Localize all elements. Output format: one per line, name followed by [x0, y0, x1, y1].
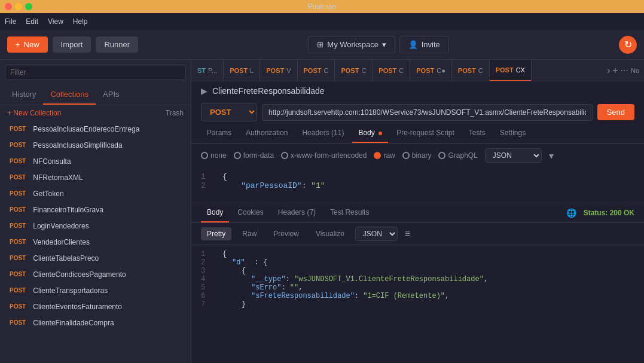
resp-line-4: 4 "__type": "wsJUNDSOFT_V1.ClienteFreteR… — [201, 275, 634, 283]
code-line-2: 2 "parPessoaID": "1" — [201, 181, 634, 190]
runner-button[interactable]: Runner — [96, 36, 138, 53]
list-item[interactable]: POST GetToken — [0, 185, 191, 202]
wrap-icon[interactable]: ≡ — [405, 228, 410, 239]
request-tab-0[interactable]: ST P... — [191, 60, 224, 81]
item-name: PessoaInclusaoSimplificada — [33, 141, 122, 150]
send-button[interactable]: Send — [597, 104, 634, 120]
list-item[interactable]: POST FinanceiroTituloGrava — [0, 202, 191, 218]
radio-formdata[interactable]: form-data — [234, 151, 274, 160]
url-input[interactable] — [262, 104, 593, 121]
radio-dot-binary — [402, 152, 410, 159]
request-tab-1[interactable]: POST L — [224, 60, 260, 81]
tab-settings[interactable]: Settings — [494, 124, 532, 143]
workspace-button[interactable]: ⊞ My Workspace ▾ — [308, 36, 395, 53]
tab-more[interactable]: ··· — [621, 65, 628, 76]
radio-binary[interactable]: binary — [402, 151, 432, 160]
tab-prerequest[interactable]: Pre-request Script — [390, 124, 460, 143]
menu-file[interactable]: File — [5, 17, 16, 26]
list-item[interactable]: POST NFConsulta — [0, 153, 191, 169]
plus-icon: + — [16, 40, 20, 49]
request-tab-6[interactable]: POST C● — [410, 60, 452, 81]
list-item[interactable]: POST ClienteTabelasPreco — [0, 250, 191, 266]
item-name: GetToken — [33, 190, 63, 198]
tab-name: CX — [516, 66, 525, 74]
request-tab-2[interactable]: POST V — [260, 60, 297, 81]
tab-name: C — [361, 67, 366, 74]
search-input[interactable] — [5, 65, 186, 80]
item-name: ClienteTabelasPreco — [33, 254, 99, 263]
tab-headers[interactable]: Headers (11) — [296, 124, 350, 143]
tab-method: ST — [197, 67, 206, 74]
tab-authorization[interactable]: Authorization — [240, 124, 294, 143]
menu-edit[interactable]: Edit — [26, 17, 38, 26]
import-button[interactable]: Import — [53, 36, 91, 53]
radio-dot-graphql — [438, 152, 445, 159]
tab-name: V — [286, 67, 291, 74]
radio-urlencoded[interactable]: x-www-form-urlencoded — [281, 151, 367, 160]
list-item[interactable]: POST VendedorClientes — [0, 234, 191, 250]
request-tab-3[interactable]: POST C — [298, 60, 335, 81]
format-preview[interactable]: Preview — [267, 227, 305, 240]
list-item[interactable]: POST LoginVendedores — [0, 218, 191, 234]
method-badge: POST — [7, 318, 28, 327]
radio-dot-urlencoded — [281, 152, 288, 159]
toolbar-center: ⊞ My Workspace ▾ 👤 Invite — [143, 36, 614, 53]
menu-view[interactable]: View — [48, 17, 63, 26]
sidebar-tab-collections[interactable]: Collections — [43, 85, 96, 105]
menu-help[interactable]: Help — [73, 17, 88, 26]
tab-body[interactable]: Body — [352, 124, 388, 143]
request-tab-5[interactable]: POST C — [373, 60, 410, 81]
sync-button[interactable]: ↻ — [619, 36, 637, 54]
sidebar-tab-apis[interactable]: APIs — [96, 85, 126, 105]
format-visualize[interactable]: Visualize — [310, 227, 350, 240]
list-item[interactable]: POST PessoaInclusaoSimplificada — [0, 137, 191, 153]
invite-button[interactable]: 👤 Invite — [399, 36, 449, 53]
format-pretty[interactable]: Pretty — [201, 227, 231, 240]
resp-line-7: 7 } — [201, 300, 634, 309]
request-tab-4[interactable]: POST C — [335, 60, 373, 81]
request-body-editor[interactable]: 1 { 2 "parPessoaID": "1" — [191, 167, 644, 203]
maximize-traffic-light[interactable] — [25, 3, 32, 10]
request-tab-8[interactable]: POST CX — [490, 60, 532, 81]
resp-tab-cookies[interactable]: Cookies — [231, 203, 269, 222]
item-name: ClienteEventosFaturamento — [33, 303, 122, 311]
resp-tab-testresults[interactable]: Test Results — [324, 203, 375, 222]
tab-params[interactable]: Params — [201, 124, 237, 143]
tab-name: C — [478, 67, 483, 74]
radio-raw[interactable]: raw — [374, 151, 395, 160]
tab-method: POST — [230, 67, 248, 74]
code-line-1: 1 { — [201, 172, 634, 181]
status-badge: Status: 200 OK — [584, 209, 634, 217]
list-item[interactable]: POST ClienteCondicoesPagamento — [0, 266, 191, 282]
tab-tests[interactable]: Tests — [463, 124, 492, 143]
resp-tab-headers[interactable]: Headers (7) — [272, 203, 322, 222]
tab-scroll-right[interactable]: › — [607, 65, 610, 76]
format-raw[interactable]: Raw — [236, 227, 263, 240]
method-select[interactable]: POST GET PUT DELETE — [201, 103, 257, 121]
list-item[interactable]: POST ClienteFinalidadeCompra — [0, 315, 191, 331]
radio-graphql[interactable]: GraphQL — [438, 151, 477, 160]
content-area: ST P... POST L POST V POST C POST C POST… — [191, 60, 644, 363]
request-tab-7[interactable]: POST C — [452, 60, 490, 81]
list-item[interactable]: POST PessoaInclusaoEnderecoEntrega — [0, 121, 191, 137]
trash-button[interactable]: Trash — [166, 109, 184, 117]
request-header: ▶ ClienteFreteResponsabilidade — [191, 81, 644, 100]
resp-tab-body[interactable]: Body — [201, 203, 229, 222]
format-select[interactable]: JSON Text JavaScript XML — [485, 148, 542, 163]
tab-add[interactable]: + — [612, 65, 618, 76]
close-traffic-light[interactable] — [5, 3, 12, 10]
search-bar — [0, 60, 191, 85]
new-button[interactable]: + New — [7, 36, 48, 53]
new-collection-button[interactable]: + New Collection — [7, 109, 61, 117]
sidebar-tab-history[interactable]: History — [5, 85, 43, 105]
response-format-select[interactable]: JSON Text XML — [355, 227, 398, 241]
method-badge: POST — [7, 221, 28, 230]
list-item[interactable]: POST ClienteTransportadoras — [0, 282, 191, 298]
minimize-traffic-light[interactable] — [15, 3, 22, 10]
list-item[interactable]: POST NFRetornaXML — [0, 169, 191, 185]
chevron-down-icon[interactable]: ▾ — [549, 150, 554, 161]
list-item[interactable]: POST ClienteEventosFaturamento — [0, 298, 191, 315]
method-badge: POST — [7, 237, 28, 246]
collapse-button[interactable]: ▶ — [201, 86, 207, 96]
radio-none[interactable]: none — [201, 151, 227, 160]
